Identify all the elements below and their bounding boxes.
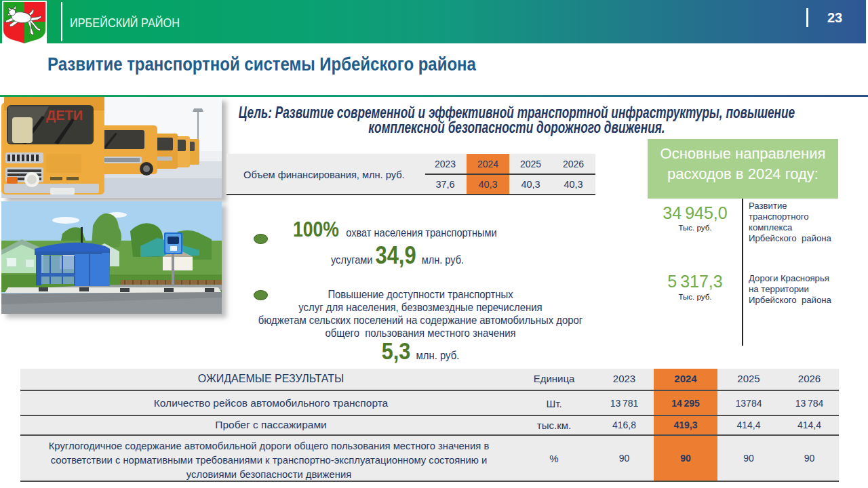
svg-text:ДЕТИ: ДЕТИ xyxy=(46,108,83,123)
